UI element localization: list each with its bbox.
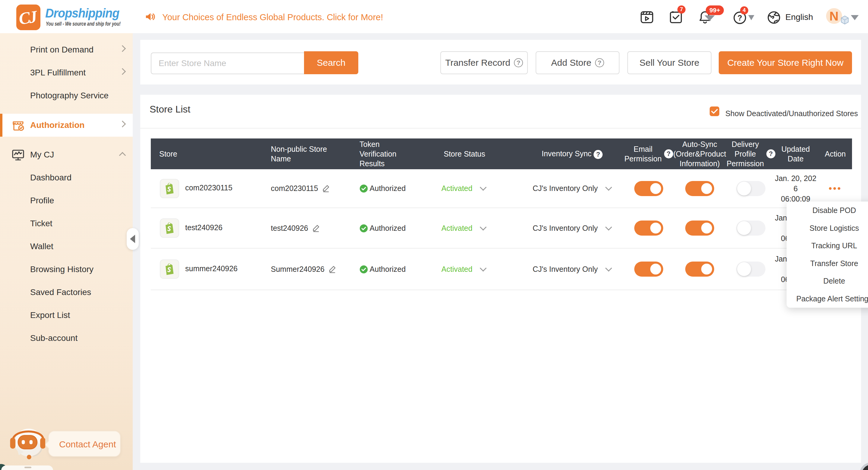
svg-text:CJ: CJ [18, 7, 39, 28]
svg-text:?: ? [737, 13, 742, 22]
